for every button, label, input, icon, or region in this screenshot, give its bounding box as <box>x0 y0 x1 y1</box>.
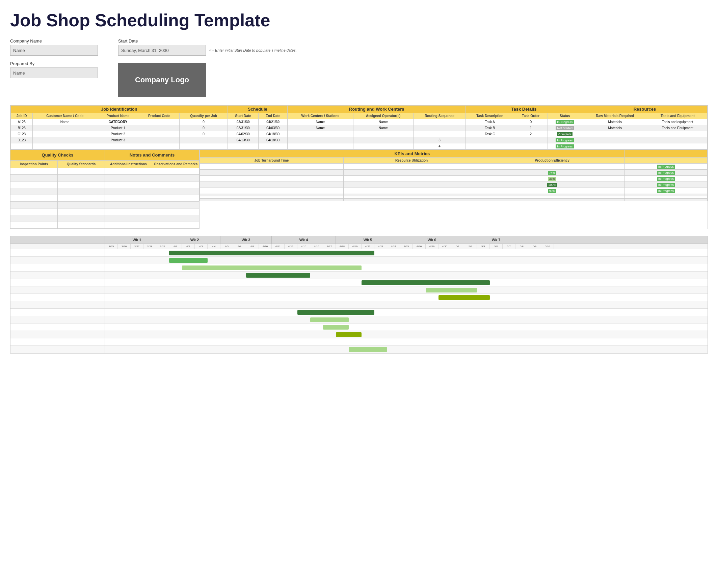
cell-end: 04/03/30 <box>259 125 288 131</box>
cell-status: In Progress <box>548 137 582 143</box>
cell-product: Product 1 <box>97 125 139 131</box>
cell-qty: 0 <box>180 131 227 137</box>
date-cell: 3/27 <box>131 244 143 249</box>
cell-task-order <box>514 137 548 143</box>
list-item <box>105 188 199 195</box>
list-item <box>11 182 105 188</box>
list-item <box>11 195 105 202</box>
list-item <box>200 194 707 196</box>
cell-work-center: Name <box>287 119 353 125</box>
gantt-row <box>11 249 707 257</box>
date-cell: 5/2 <box>464 244 477 249</box>
cell-tools <box>648 143 707 149</box>
list-item: 90% In Progress <box>200 188 707 194</box>
gantt-bar <box>298 310 374 315</box>
cell-operator: Name <box>353 119 413 125</box>
group-header-task: Task Details <box>466 106 582 113</box>
date-cell: 4/22 <box>362 244 374 249</box>
list-item: 33% In Progress <box>200 176 707 182</box>
cell-status: Not Started <box>548 125 582 131</box>
quality-sub-headers: Inspection Points Quality Standards <box>11 161 105 168</box>
cell-customer <box>33 143 97 149</box>
kpi-utilization-header: Resource Utilization <box>343 158 480 164</box>
date-cell: 4/9 <box>246 244 259 249</box>
group-header-resources: Resources <box>582 106 707 113</box>
gantt-wk4: Wk 4 <box>272 236 336 244</box>
company-name-input[interactable] <box>10 45 98 56</box>
date-cell: 5/8 <box>515 244 528 249</box>
date-cell: 4/1 <box>169 244 182 249</box>
date-cell: 3/28 <box>143 244 156 249</box>
gantt-row <box>11 257 707 264</box>
cell-product: Product 3 <box>97 137 139 143</box>
date-cell: 3/25 <box>105 244 118 249</box>
cell-end <box>259 143 288 149</box>
cell-task-desc <box>466 137 514 143</box>
start-date-section: Start Date <-- Enter initial Start Date … <box>118 39 297 56</box>
cell-routing <box>413 131 466 137</box>
list-item <box>11 188 105 195</box>
gantt-row <box>11 323 707 331</box>
gantt-left-spacer <box>11 236 105 244</box>
start-date-input[interactable] <box>118 45 206 56</box>
sub-qty: Quantity per Job <box>180 113 227 119</box>
sub-status: Status <box>548 113 582 119</box>
cell-tools: Tools and equipment <box>648 119 707 125</box>
gantt-row <box>11 287 707 294</box>
list-item <box>11 175 105 182</box>
company-name-label: Company Name <box>10 39 98 43</box>
group-header-job-id: Job Identification <box>11 106 228 113</box>
sub-materials: Raw Materials Required <box>582 113 648 119</box>
date-cell: 4/23 <box>374 244 387 249</box>
kpis-header: KPIs and Metrics <box>200 150 625 158</box>
notes-header: Notes and Comments <box>105 150 199 161</box>
sub-operator: Assigned Operator(s) <box>353 113 413 119</box>
cell-materials <box>582 143 648 149</box>
inspection-points-header: Inspection Points <box>11 161 58 168</box>
cell-product: CATEGORY <box>97 119 139 125</box>
cell-work-center <box>287 137 353 143</box>
sub-start: Start Date <box>227 113 259 119</box>
cell-task-desc: Task C <box>466 131 514 137</box>
quality-standards-header: Quality Standards <box>58 161 105 168</box>
prepared-by-label: Prepared By <box>10 61 98 66</box>
cell-qty <box>180 143 227 149</box>
quality-checks-header: Quality Checks <box>11 150 105 161</box>
list-item <box>105 202 199 209</box>
cell-operator <box>353 143 413 149</box>
instructions-header: Additional Instructions <box>105 161 152 168</box>
date-cell: 5/1 <box>451 244 464 249</box>
date-cell: 4/8 <box>233 244 246 249</box>
cell-materials: Materials <box>582 119 648 125</box>
date-cell: 4/4 <box>208 244 221 249</box>
cell-product: Product 2 <box>97 131 139 137</box>
cell-product <box>97 143 139 149</box>
cell-start <box>227 143 259 149</box>
cell-materials: Materials <box>582 125 648 131</box>
list-item: 100% In Progress <box>200 182 707 188</box>
list-item <box>11 202 105 209</box>
quality-checks-panel: Quality Checks Inspection Points Quality… <box>11 150 105 229</box>
cell-end: 04/18/30 <box>259 137 288 143</box>
company-name-group: Company Name <box>10 39 98 56</box>
table-row: A123 Name CATEGORY 0 03/31/30 04/21/30 N… <box>11 119 707 125</box>
notes-panel: Notes and Comments Additional Instructio… <box>105 150 200 229</box>
list-item <box>200 196 707 199</box>
cell-qty: 0 <box>180 119 227 125</box>
kpi-efficiency-header: Production Efficiency <box>480 158 624 164</box>
gantt-wk6: Wk 6 <box>400 236 464 244</box>
date-cell: 4/29 <box>426 244 438 249</box>
gantt-chart: Wk 1 Wk 2 Wk 3 Wk 4 Wk 5 Wk 6 Wk 7 3/25 … <box>10 236 708 354</box>
cell-end: 04/18/30 <box>259 131 288 137</box>
cell-task-order: 0 <box>514 119 548 125</box>
start-date-row: <-- Enter initial Start Date to populate… <box>118 45 297 56</box>
table-row: D123 Product 3 04/13/30 04/18/30 3 In Pr… <box>11 137 707 143</box>
list-item <box>105 215 199 222</box>
sub-end: End Date <box>259 113 288 119</box>
cell-start: 03/31/30 <box>227 125 259 131</box>
gantt-week-header: Wk 1 Wk 2 Wk 3 Wk 4 Wk 5 Wk 6 Wk 7 <box>11 236 707 244</box>
gantt-bar <box>182 266 362 270</box>
prepared-by-input[interactable] <box>10 67 98 78</box>
start-date-hint: <-- Enter initial Start Date to populate… <box>209 48 297 52</box>
date-cell: 4/12 <box>285 244 298 249</box>
